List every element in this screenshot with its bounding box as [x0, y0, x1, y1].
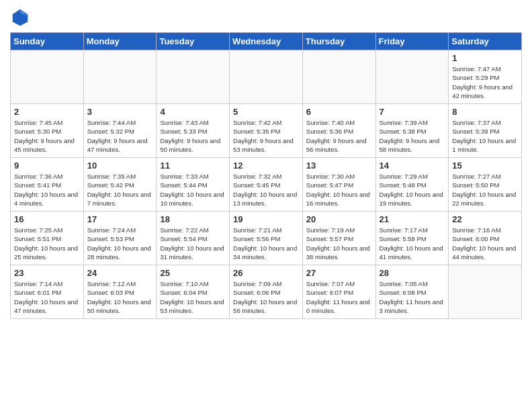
cell-text-line: Daylight: 10 hours and 19 minutes.	[380, 190, 445, 208]
cell-text-line: Sunset: 6:08 PM	[380, 288, 445, 297]
calendar-cell: 26Sunrise: 7:09 AMSunset: 6:06 PMDayligh…	[230, 265, 303, 319]
calendar-cell: 7Sunrise: 7:39 AMSunset: 5:38 PMDaylight…	[375, 104, 449, 158]
calendar-cell: 5Sunrise: 7:42 AMSunset: 5:35 PMDaylight…	[230, 104, 303, 158]
cell-text-line: Daylight: 10 hours and 22 minutes.	[452, 190, 518, 208]
day-number: 14	[380, 161, 445, 171]
day-number: 6	[306, 107, 372, 117]
cell-text-line: Sunset: 5:35 PM	[233, 127, 299, 136]
cell-text-line: Daylight: 11 hours and 0 minutes.	[306, 298, 372, 316]
calendar-cell: 13Sunrise: 7:30 AMSunset: 5:47 PMDayligh…	[302, 158, 375, 212]
day-number: 18	[160, 214, 226, 224]
cell-text-line: Daylight: 9 hours and 42 minutes.	[452, 83, 518, 101]
week-row-3: 16Sunrise: 7:25 AMSunset: 5:51 PMDayligh…	[11, 212, 522, 265]
cell-text-line: Daylight: 10 hours and 25 minutes.	[14, 244, 80, 262]
weekday-header-wednesday: Wednesday	[230, 33, 303, 50]
cell-text-line: Daylight: 9 hours and 58 minutes.	[380, 136, 445, 154]
calendar-cell: 19Sunrise: 7:21 AMSunset: 5:56 PMDayligh…	[230, 212, 303, 265]
cell-text-line: Sunset: 5:48 PM	[380, 181, 445, 189]
cell-text-line: Sunrise: 7:16 AM	[452, 226, 518, 234]
calendar-cell	[157, 50, 230, 104]
day-number: 19	[233, 214, 299, 224]
calendar-cell: 11Sunrise: 7:33 AMSunset: 5:44 PMDayligh…	[157, 158, 230, 212]
cell-text-line: Sunset: 6:04 PM	[160, 288, 226, 297]
page: SundayMondayTuesdayWednesdayThursdayFrid…	[0, 0, 532, 326]
cell-text-line: Sunset: 5:56 PM	[233, 234, 299, 243]
calendar-cell: 28Sunrise: 7:05 AMSunset: 6:08 PMDayligh…	[375, 265, 449, 319]
cell-text-line: Daylight: 9 hours and 45 minutes.	[14, 136, 80, 154]
calendar-cell: 15Sunrise: 7:27 AMSunset: 5:50 PMDayligh…	[449, 158, 522, 212]
day-number: 16	[14, 214, 80, 224]
weekday-header-friday: Friday	[375, 33, 449, 50]
cell-text-line: Daylight: 10 hours and 10 minutes.	[160, 190, 226, 208]
calendar-cell: 22Sunrise: 7:16 AMSunset: 6:00 PMDayligh…	[449, 212, 522, 265]
weekday-header-row: SundayMondayTuesdayWednesdayThursdayFrid…	[11, 33, 522, 50]
calendar-cell: 14Sunrise: 7:29 AMSunset: 5:48 PMDayligh…	[375, 158, 449, 212]
day-number: 21	[380, 214, 445, 224]
cell-text-line: Sunrise: 7:42 AM	[233, 118, 299, 127]
calendar-cell: 16Sunrise: 7:25 AMSunset: 5:51 PMDayligh…	[11, 212, 84, 265]
calendar-table: SundayMondayTuesdayWednesdayThursdayFrid…	[10, 32, 522, 319]
week-row-0: 1Sunrise: 7:47 AMSunset: 5:29 PMDaylight…	[11, 50, 522, 104]
day-number: 20	[306, 214, 372, 224]
cell-text-line: Sunrise: 7:17 AM	[380, 226, 445, 234]
day-number: 11	[160, 161, 226, 171]
cell-text-line: Sunset: 5:39 PM	[452, 127, 518, 136]
cell-text-line: Sunrise: 7:37 AM	[452, 118, 518, 127]
weekday-header-sunday: Sunday	[11, 33, 84, 50]
calendar-cell: 17Sunrise: 7:24 AMSunset: 5:53 PMDayligh…	[83, 212, 157, 265]
day-number: 15	[452, 161, 518, 171]
day-number: 27	[306, 268, 372, 278]
cell-text-line: Daylight: 10 hours and 47 minutes.	[14, 298, 80, 316]
cell-text-line: Sunset: 5:30 PM	[14, 127, 80, 136]
day-number: 7	[380, 107, 445, 117]
day-number: 2	[14, 107, 80, 117]
calendar-cell: 1Sunrise: 7:47 AMSunset: 5:29 PMDaylight…	[449, 50, 522, 104]
cell-text-line: Daylight: 10 hours and 34 minutes.	[233, 244, 299, 262]
calendar-cell	[302, 50, 375, 104]
cell-text-line: Sunset: 6:03 PM	[87, 288, 153, 297]
weekday-header-tuesday: Tuesday	[157, 33, 230, 50]
cell-text-line: Sunrise: 7:12 AM	[87, 279, 153, 288]
cell-text-line: Daylight: 10 hours and 38 minutes.	[306, 244, 372, 262]
cell-text-line: Sunrise: 7:27 AM	[452, 172, 518, 181]
cell-text-line: Daylight: 10 hours and 16 minutes.	[306, 190, 372, 208]
week-row-2: 9Sunrise: 7:36 AMSunset: 5:41 PMDaylight…	[11, 158, 522, 212]
cell-text-line: Sunset: 5:58 PM	[380, 234, 445, 243]
day-number: 22	[452, 214, 518, 224]
cell-text-line: Sunrise: 7:22 AM	[160, 226, 226, 234]
cell-text-line: Sunrise: 7:36 AM	[14, 172, 80, 181]
cell-text-line: Sunrise: 7:24 AM	[87, 226, 153, 234]
cell-text-line: Daylight: 9 hours and 53 minutes.	[233, 136, 299, 154]
day-number: 28	[380, 268, 445, 278]
week-row-1: 2Sunrise: 7:45 AMSunset: 5:30 PMDaylight…	[11, 104, 522, 158]
cell-text-line: Daylight: 9 hours and 56 minutes.	[306, 136, 372, 154]
calendar-cell	[83, 50, 157, 104]
calendar-cell: 20Sunrise: 7:19 AMSunset: 5:57 PMDayligh…	[302, 212, 375, 265]
logo	[10, 7, 33, 27]
cell-text-line: Sunrise: 7:10 AM	[160, 279, 226, 288]
cell-text-line: Sunset: 6:01 PM	[14, 288, 80, 297]
cell-text-line: Daylight: 9 hours and 50 minutes.	[160, 136, 226, 154]
calendar-cell: 12Sunrise: 7:32 AMSunset: 5:45 PMDayligh…	[230, 158, 303, 212]
cell-text-line: Daylight: 10 hours and 28 minutes.	[87, 244, 153, 262]
cell-text-line: Sunset: 6:06 PM	[233, 288, 299, 297]
cell-text-line: Sunrise: 7:29 AM	[380, 172, 445, 181]
cell-text-line: Daylight: 10 hours and 41 minutes.	[380, 244, 445, 262]
cell-text-line: Daylight: 10 hours and 7 minutes.	[87, 190, 153, 208]
week-row-4: 23Sunrise: 7:14 AMSunset: 6:01 PMDayligh…	[11, 265, 522, 319]
cell-text-line: Sunset: 5:36 PM	[306, 127, 372, 136]
cell-text-line: Sunset: 5:32 PM	[87, 127, 153, 136]
weekday-header-saturday: Saturday	[449, 33, 522, 50]
cell-text-line: Sunrise: 7:32 AM	[233, 172, 299, 181]
cell-text-line: Daylight: 11 hours and 3 minutes.	[380, 298, 445, 316]
weekday-header-monday: Monday	[83, 33, 157, 50]
cell-text-line: Sunset: 5:29 PM	[452, 73, 518, 82]
cell-text-line: Sunrise: 7:35 AM	[87, 172, 153, 181]
cell-text-line: Sunrise: 7:30 AM	[306, 172, 372, 181]
cell-text-line: Sunset: 5:42 PM	[87, 181, 153, 189]
calendar-cell: 24Sunrise: 7:12 AMSunset: 6:03 PMDayligh…	[83, 265, 157, 319]
cell-text-line: Sunset: 5:50 PM	[452, 181, 518, 189]
day-number: 26	[233, 268, 299, 278]
cell-text-line: Daylight: 10 hours and 4 minutes.	[14, 190, 80, 208]
day-number: 17	[87, 214, 153, 224]
